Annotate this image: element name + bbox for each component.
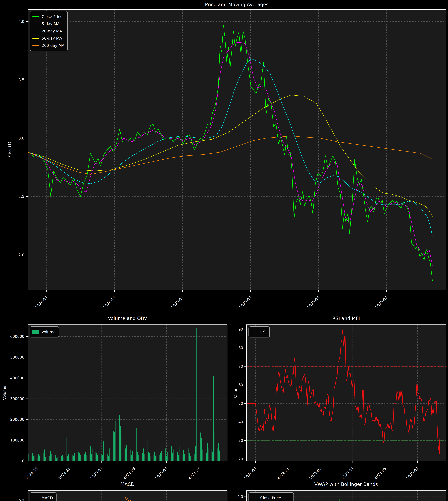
- rsi-xtick-label: 2024-09: [243, 466, 257, 480]
- legend-label: Close Price: [260, 496, 281, 500]
- financial-dashboard: 2024-092024-112025-012025-032025-052025-…: [0, 0, 448, 501]
- rsi-ytick-label: 20: [238, 457, 243, 461]
- volume-ytick-label: 600000: [10, 334, 24, 339]
- vwap-legend-item: Close Price: [251, 494, 290, 501]
- volume-ytick-label: 100000: [10, 438, 24, 442]
- charts-canvas: 2024-092024-112025-012025-032025-052025-…: [0, 0, 448, 501]
- macd-chart-legend: MACDSignal: [30, 492, 57, 501]
- legend-swatch-rsi: [251, 332, 258, 332]
- volume-xtick-label: 2025-03: [122, 466, 136, 480]
- volume-ylabel: Volume: [2, 386, 7, 400]
- vwap-chart-legend: Close PriceVWAPVWAP BB UpperVWAP BB Lowe…: [249, 492, 294, 501]
- price-ytick-label: 3.5: [18, 78, 24, 82]
- price-ytick-label: 2.0: [18, 253, 24, 257]
- vwap-ytick-label: 4.0: [237, 495, 243, 499]
- rsi-xtick-label: 2025-01: [308, 466, 322, 480]
- price-legend-item: 50-day MA: [32, 35, 64, 42]
- rsi-xtick-label: 2024-11: [276, 466, 290, 480]
- volume-xtick-label: 2025-01: [90, 466, 104, 480]
- legend-swatch-close: [251, 498, 258, 498]
- volume-ytick-label: 400000: [10, 376, 24, 380]
- rsi-xtick-label: 2025-07: [405, 466, 419, 480]
- price-legend-item: 200-day MA: [32, 42, 64, 49]
- price-legend-item: 20-day MA: [32, 28, 64, 35]
- volume-ytick-label: 500000: [10, 355, 24, 359]
- rsi-ylabel: Value: [233, 388, 238, 398]
- price-ytick-label: 3.0: [18, 136, 24, 140]
- legend-label: 50-day MA: [42, 36, 62, 40]
- rsi-xtick-label: 2025-03: [341, 466, 355, 480]
- price-plot-area: [28, 10, 446, 290]
- price-xtick-label: 2025-07: [374, 295, 388, 309]
- price-chart-legend: Close Price5-day MA20-day MA50-day MA200…: [30, 11, 68, 51]
- legend-label: RSI: [260, 330, 266, 334]
- price-legend-item: Close Price: [32, 13, 64, 20]
- legend-label: Volume: [42, 330, 56, 334]
- price-xtick-label: 2025-03: [239, 295, 253, 309]
- volume-legend-item: Volume: [32, 328, 56, 336]
- price-xtick-label: 2025-01: [171, 295, 185, 309]
- price-xtick-label: 2025-05: [306, 295, 320, 309]
- volume-xtick-label: 2025-07: [187, 466, 201, 480]
- volume-xtick-label: 2024-09: [25, 466, 39, 480]
- volume-xtick-label: 2025-05: [155, 466, 169, 480]
- volume-xtick-label: 2024-11: [57, 466, 71, 480]
- legend-label: 5-day MA: [42, 22, 60, 26]
- macd-ytick-label: 0.2: [18, 499, 24, 501]
- legend-swatch-ma20: [32, 31, 39, 31]
- volume-ytick-label: 200000: [10, 417, 24, 422]
- rsi-chart-legend: RSI: [249, 326, 270, 338]
- legend-label: Close Price: [42, 15, 63, 19]
- price-chart-title: Price and Moving Averages: [28, 2, 446, 7]
- rsi-ytick-label: 90: [238, 327, 243, 331]
- legend-swatch-ma50: [32, 38, 39, 39]
- volume-ytick-label: 0: [22, 459, 24, 463]
- rsi-ytick-label: 80: [238, 346, 243, 350]
- legend-swatch-ma5: [32, 24, 39, 24]
- rsi-ytick-label: 30: [238, 438, 243, 443]
- legend-label: MACD: [42, 496, 53, 500]
- rsi-ytick-label: 60: [238, 383, 243, 387]
- legend-swatch-volume: [32, 330, 39, 334]
- rsi-xtick-label: 2025-05: [373, 466, 387, 480]
- price-legend-item: 5-day MA: [32, 20, 64, 28]
- rsi-ytick-label: 50: [238, 401, 243, 406]
- legend-swatch-ma200: [32, 45, 39, 46]
- macd-plot-area: [28, 491, 227, 501]
- rsi-ytick-label: 40: [238, 420, 243, 424]
- volume-plot-area: [28, 325, 227, 461]
- legend-swatch-close: [32, 16, 39, 17]
- rsi-chart-title: RSI and MFI: [246, 316, 446, 321]
- macd-chart-title: MACD: [28, 482, 227, 487]
- price-xtick-label: 2024-11: [103, 295, 117, 309]
- volume-chart-legend: Volume: [30, 326, 59, 338]
- legend-label: 20-day MA: [42, 29, 62, 33]
- volume-chart-title: Volume and OBV: [28, 316, 227, 321]
- rsi-ytick-label: 70: [238, 364, 243, 369]
- price-xtick-label: 2024-09: [34, 295, 48, 309]
- price-ytick-label: 2.5: [18, 194, 24, 199]
- price-ylabel: Price ($): [7, 142, 12, 158]
- volume-ytick-label: 300000: [10, 397, 24, 401]
- macd-legend-item: MACD: [32, 494, 53, 501]
- rsi-legend-item: RSI: [251, 328, 266, 336]
- price-ytick-label: 4.0: [18, 19, 24, 24]
- legend-label: 200-day MA: [42, 43, 64, 48]
- vwap-chart-title: VWAP with Bollinger Bands: [246, 482, 446, 487]
- legend-swatch-macd: [32, 498, 39, 498]
